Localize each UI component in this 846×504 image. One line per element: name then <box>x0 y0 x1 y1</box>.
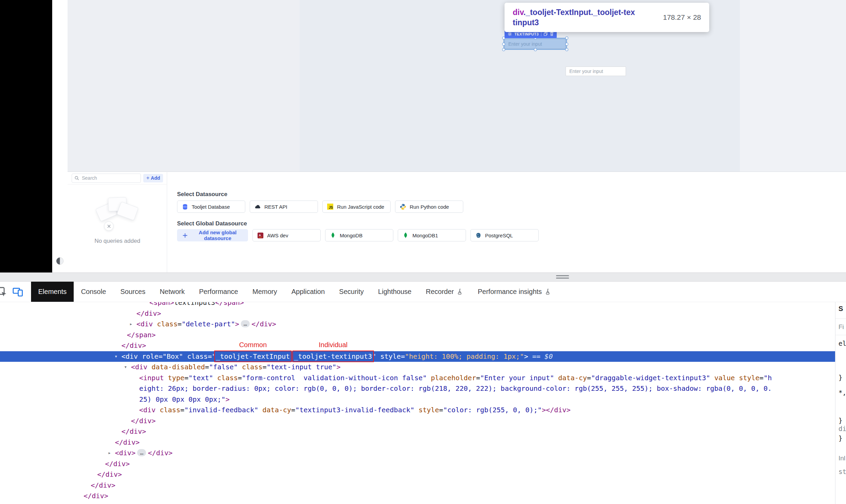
code-token: </div> <box>91 481 115 489</box>
code-token <box>710 374 714 382</box>
code-token: "false" <box>209 363 238 371</box>
datasource-run-javascript-code[interactable]: JSRun JavaScript code <box>322 201 391 213</box>
dom-node[interactable]: </div> <box>0 340 835 351</box>
dom-node[interactable]: <input type="text" class="form-control v… <box>0 373 835 384</box>
mongodb-icon <box>402 232 409 239</box>
dom-node[interactable]: </div> <box>0 308 835 319</box>
dom-node[interactable]: ▸<div class="delete-part">…</div> <box>0 319 835 330</box>
dom-node[interactable]: </div> <box>0 426 835 437</box>
tab-recorder[interactable]: Recorder <box>419 282 470 302</box>
dom-node[interactable]: </div> <box>0 459 835 470</box>
expand-children-icon[interactable]: … <box>241 320 250 327</box>
dom-node[interactable]: </div> <box>0 502 835 504</box>
selector-tag: div <box>513 8 524 17</box>
code-token: > <box>336 363 340 371</box>
code-token: "textinput3-invalid-feedback" <box>295 406 414 414</box>
dom-node[interactable]: <div class="invalid-feedback" data-cy="t… <box>0 405 835 416</box>
code-token: = <box>291 406 295 414</box>
dom-node[interactable]: ▾<div data-disabled="false" class="text-… <box>0 362 835 373</box>
dom-node[interactable]: </div> <box>0 491 835 502</box>
tab-network[interactable]: Network <box>152 282 192 302</box>
tab-security[interactable]: Security <box>332 282 371 302</box>
styles-pane-fragment: st <box>838 468 846 475</box>
styles-pane-fragments: SFiel}*,}di}Inlst <box>835 302 846 504</box>
datasource-rest-api[interactable]: REST API <box>250 201 318 213</box>
copy-widget-icon[interactable] <box>544 32 548 36</box>
code-token: style <box>380 352 401 360</box>
add-query-button[interactable]: + Add <box>143 174 163 182</box>
datasource-mongodb1[interactable]: MongoDB1 <box>398 229 466 241</box>
tab-sources[interactable]: Sources <box>113 282 152 302</box>
textinput-widget-2[interactable] <box>566 66 626 76</box>
code-token: > <box>225 395 230 403</box>
expand-children-icon[interactable]: … <box>137 449 146 456</box>
selector-classes: ._tooljet-TextInput._tooljet-tex <box>524 8 635 17</box>
delete-widget-icon[interactable] <box>550 32 554 36</box>
expand-arrow-icon[interactable]: ▸ <box>128 319 134 330</box>
selected-dom-node[interactable]: ▾<div role="Box" class="_tooljet-TextInp… <box>0 351 835 362</box>
global-datasource-row: Add new global datasourceAWS devMongoDBM… <box>177 229 539 241</box>
tab-lighthouse[interactable]: Lighthouse <box>371 282 419 302</box>
devtools-resize-divider[interactable] <box>0 272 846 282</box>
dom-node[interactable]: eight: 26px; border-radius: 0px; color: … <box>0 383 835 394</box>
tab-memory[interactable]: Memory <box>245 282 284 302</box>
datasource-postgresql[interactable]: PostgreSQL <box>470 229 539 241</box>
js-icon: JS <box>327 203 334 210</box>
flask-icon <box>545 288 551 295</box>
elements-tree: Common Individual <span>textinput3</span… <box>0 302 835 504</box>
datasource-mongodb[interactable]: MongoDB <box>325 229 393 241</box>
dark-mode-toggle[interactable] <box>56 256 64 265</box>
datasource-tooljet-database[interactable]: Tooljet Database <box>177 201 245 213</box>
dom-node[interactable]: </div> <box>0 480 835 491</box>
resize-handle[interactable] <box>565 43 568 46</box>
dom-node[interactable]: </div> <box>0 437 835 448</box>
resize-handle[interactable] <box>565 36 568 40</box>
inspect-tooltip-selector: div._tooljet-TextInput._tooljet-tex tinp… <box>513 7 635 28</box>
resize-handle[interactable] <box>565 48 568 51</box>
dom-node[interactable]: 25) 0px 0px 0px 0px;"> <box>0 394 835 405</box>
tab-console[interactable]: Console <box>74 282 113 302</box>
tab-label: Memory <box>252 288 277 296</box>
drag-handle-icon[interactable] <box>556 275 569 279</box>
tab-elements[interactable]: Elements <box>31 282 74 302</box>
dom-node[interactable]: <span>textinput3</span> <box>0 302 835 308</box>
datasource-run-python-code[interactable]: Run Python code <box>395 201 463 213</box>
datasource-add-new-global-datasource[interactable]: Add new global datasource <box>177 229 248 241</box>
resize-handle[interactable] <box>502 48 505 51</box>
dom-node[interactable]: </div> <box>0 469 835 480</box>
devtools-toolbar-icons <box>0 282 31 302</box>
code-token: "Enter your input" <box>480 374 554 382</box>
dom-node[interactable]: </span> <box>0 330 835 341</box>
query-search-box[interactable] <box>72 174 141 183</box>
device-toolbar-icon[interactable] <box>12 286 23 297</box>
expand-arrow-icon[interactable]: ▸ <box>106 448 113 459</box>
tab-performance-insights[interactable]: Performance insights <box>470 282 558 302</box>
collapse-arrow-icon[interactable]: ▾ <box>113 351 119 362</box>
pill-divider <box>541 32 541 36</box>
inspect-element-icon[interactable] <box>0 286 8 298</box>
resize-handle[interactable] <box>502 43 505 46</box>
tab-label: Console <box>81 288 106 296</box>
search-input[interactable] <box>81 175 138 181</box>
tab-performance[interactable]: Performance <box>192 282 246 302</box>
gear-icon[interactable] <box>508 32 512 36</box>
dom-node[interactable]: ▸<div>…</div> <box>0 448 835 459</box>
collapse-arrow-icon[interactable]: ▾ <box>122 362 129 373</box>
inspect-element-tooltip: div._tooljet-TextInput._tooljet-tex tinp… <box>505 3 709 32</box>
code-token: type <box>168 374 184 382</box>
styles-pane-fragment: el <box>838 340 846 347</box>
tab-application[interactable]: Application <box>284 282 332 302</box>
code-token: data-disabled <box>151 363 205 371</box>
code-token: = <box>262 363 266 371</box>
add-query-label: Add <box>151 175 160 181</box>
code-token: = <box>180 406 184 414</box>
cloud-icon <box>254 203 261 210</box>
styles-pane-fragment: *, <box>838 389 846 396</box>
code-token: "form-control validation-without-icon fa… <box>242 374 427 382</box>
dom-node[interactable]: </div> <box>0 416 835 427</box>
tab-label: Network <box>160 288 185 296</box>
code-token: </div> <box>115 438 140 446</box>
datasource-aws-dev[interactable]: AWS dev <box>252 229 321 241</box>
resize-handle[interactable] <box>534 48 537 51</box>
styles-pane-fragment: } <box>838 434 842 442</box>
